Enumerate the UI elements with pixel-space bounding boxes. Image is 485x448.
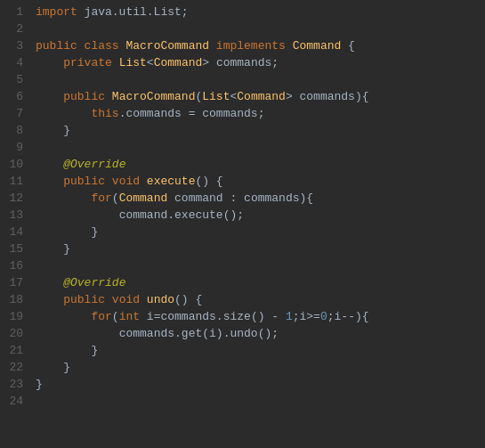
token: public	[63, 293, 112, 306]
token: 0	[320, 310, 327, 323]
code-container: 123456789101112131415161718192021222324 …	[0, 0, 485, 448]
token: List	[119, 56, 147, 69]
token: MacroCommand	[125, 39, 215, 53]
line-number-11: 11	[4, 173, 23, 190]
line-number-5: 5	[4, 71, 23, 88]
token: void	[112, 175, 147, 188]
line-number-12: 12	[4, 190, 23, 207]
token: public	[63, 90, 112, 103]
token: {	[348, 39, 355, 53]
code-line-9	[36, 139, 485, 156]
code-line-12: for(Command command : commands){	[36, 190, 485, 207]
token: :	[230, 191, 244, 205]
token: ;	[182, 5, 189, 19]
code-line-5	[36, 71, 485, 88]
token	[36, 310, 91, 323]
token: for	[91, 310, 111, 323]
token	[36, 56, 63, 69]
token: void	[112, 293, 147, 306]
code-line-21: }	[36, 342, 485, 359]
token: for	[91, 191, 111, 205]
code-line-22: }	[36, 359, 485, 376]
line-number-14: 14	[4, 224, 23, 240]
token: commands.get(i).undo();	[119, 327, 279, 340]
token	[36, 293, 63, 306]
code-line-6: public MacroCommand(List<Command> comman…	[36, 88, 485, 105]
token: ;i>=	[293, 310, 320, 323]
code-line-18: public void undo() {	[36, 291, 485, 308]
line-number-16: 16	[4, 257, 23, 274]
token: Command	[237, 90, 286, 103]
token: undo	[147, 293, 174, 306]
token: ;i--){	[327, 310, 369, 323]
code-line-11: public void execute() {	[36, 173, 485, 190]
token: public	[63, 175, 112, 188]
token: private	[63, 56, 118, 69]
token: }	[36, 361, 70, 374]
code-line-19: for(int i=commands.size() - 1;i>=0;i--){	[36, 308, 485, 325]
token: @Override	[63, 276, 125, 289]
line-number-1: 1	[4, 4, 23, 20]
token: public	[36, 39, 85, 53]
token: ;	[258, 107, 265, 120]
token: .execute();	[167, 208, 244, 222]
line-number-3: 3	[4, 37, 23, 54]
token: (	[112, 191, 119, 205]
token: 1	[286, 310, 293, 323]
code-editor: 123456789101112131415161718192021222324 …	[0, 0, 485, 448]
line-number-17: 17	[4, 274, 23, 291]
line-number-23: 23	[4, 376, 23, 393]
code-line-13: command.execute();	[36, 207, 485, 224]
token	[36, 90, 63, 103]
token: command	[119, 208, 168, 222]
token: .commands = commands	[119, 107, 258, 120]
line-number-19: 19	[4, 308, 23, 325]
token: }	[36, 124, 70, 137]
line-number-7: 7	[4, 105, 23, 122]
line-number-9: 9	[4, 139, 23, 156]
code-line-1: import java.util.List;	[36, 4, 485, 20]
code-line-8: }	[36, 122, 485, 139]
code-line-10: @Override	[36, 156, 485, 173]
code-line-16	[36, 257, 485, 274]
token: commands	[244, 191, 299, 205]
token: >	[202, 56, 216, 69]
line-number-2: 2	[4, 20, 23, 37]
code-line-24	[36, 393, 485, 410]
token	[36, 158, 63, 171]
token: execute	[147, 175, 196, 188]
token: ;	[271, 56, 279, 69]
line-number-22: 22	[4, 359, 23, 376]
token	[36, 191, 91, 205]
token: }	[36, 378, 43, 391]
line-number-6: 6	[4, 88, 23, 105]
line-number-4: 4	[4, 54, 23, 71]
token: @Override	[63, 158, 125, 171]
line-number-21: 21	[4, 342, 23, 359]
code-line-17: @Override	[36, 274, 485, 291]
code-lines: import java.util.List; public class Macr…	[28, 4, 485, 448]
line-number-24: 24	[4, 393, 23, 410]
token	[36, 208, 119, 222]
line-numbers: 123456789101112131415161718192021222324	[0, 4, 28, 448]
token: Command	[293, 39, 348, 53]
line-number-18: 18	[4, 291, 23, 308]
token: >	[286, 90, 300, 103]
code-line-7: this.commands = commands;	[36, 105, 485, 122]
token: class	[85, 39, 126, 53]
token: implements	[216, 39, 293, 53]
token	[36, 276, 63, 289]
token: commands	[300, 90, 355, 103]
code-line-14: }	[36, 224, 485, 240]
token	[36, 175, 63, 188]
token: import	[36, 5, 85, 19]
code-line-23: }	[36, 376, 485, 393]
token: Command	[119, 191, 174, 205]
token: }	[36, 225, 98, 239]
line-number-15: 15	[4, 240, 23, 257]
token: () {	[174, 293, 202, 306]
token: <	[147, 56, 154, 69]
token: command	[174, 191, 230, 205]
token: () {	[195, 175, 222, 188]
code-line-4: private List<Command> commands;	[36, 54, 485, 71]
